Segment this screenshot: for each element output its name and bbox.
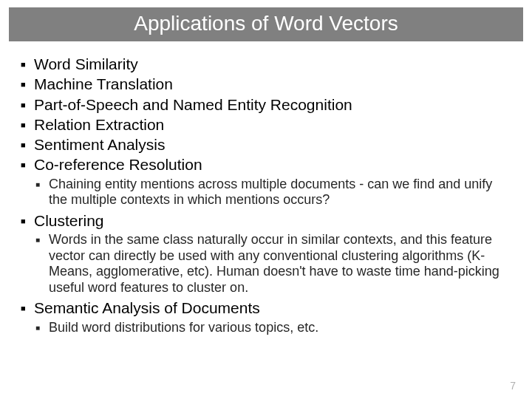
- list-item-label: Co-reference Resolution: [34, 156, 202, 173]
- sub-list-item: Chaining entity mentions across multiple…: [34, 177, 514, 208]
- list-item: Machine Translation: [18, 75, 514, 94]
- list-item: Part-of-Speech and Named Entity Recognit…: [18, 95, 514, 115]
- page-number: 7: [510, 380, 516, 392]
- sub-list: Build word distributions for various top…: [34, 320, 514, 336]
- slide-body: Word Similarity Machine Translation Part…: [0, 41, 532, 335]
- sub-list-item: Build word distributions for various top…: [34, 320, 514, 336]
- list-item: Relation Extraction: [18, 115, 514, 134]
- list-item: Sentiment Analysis: [18, 135, 514, 154]
- list-item: Co-reference Resolution Chaining entity …: [18, 155, 514, 208]
- sub-list: Words in the same class naturally occur …: [34, 232, 514, 296]
- slide-title: Applications of Word Vectors: [9, 7, 523, 41]
- list-item-label: Clustering: [34, 212, 104, 229]
- bullet-list: Word Similarity Machine Translation Part…: [18, 55, 514, 335]
- sub-list: Chaining entity mentions across multiple…: [34, 177, 514, 208]
- list-item: Semantic Analysis of Documents Build wor…: [18, 299, 514, 335]
- list-item: Word Similarity: [18, 55, 514, 74]
- list-item-label: Semantic Analysis of Documents: [34, 299, 260, 316]
- sub-list-item: Words in the same class naturally occur …: [34, 232, 514, 296]
- list-item: Clustering Words in the same class natur…: [18, 211, 514, 296]
